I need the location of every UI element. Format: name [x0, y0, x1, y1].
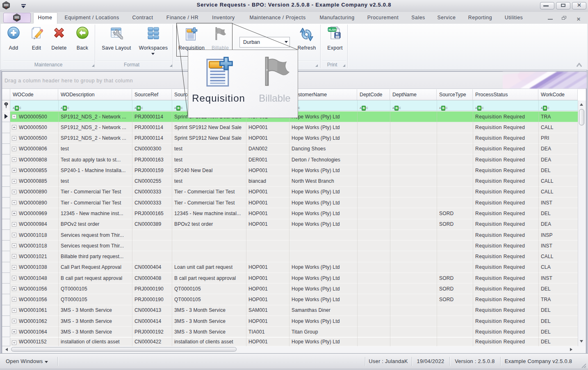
svg-text:XLSX: XLSX: [328, 28, 336, 32]
